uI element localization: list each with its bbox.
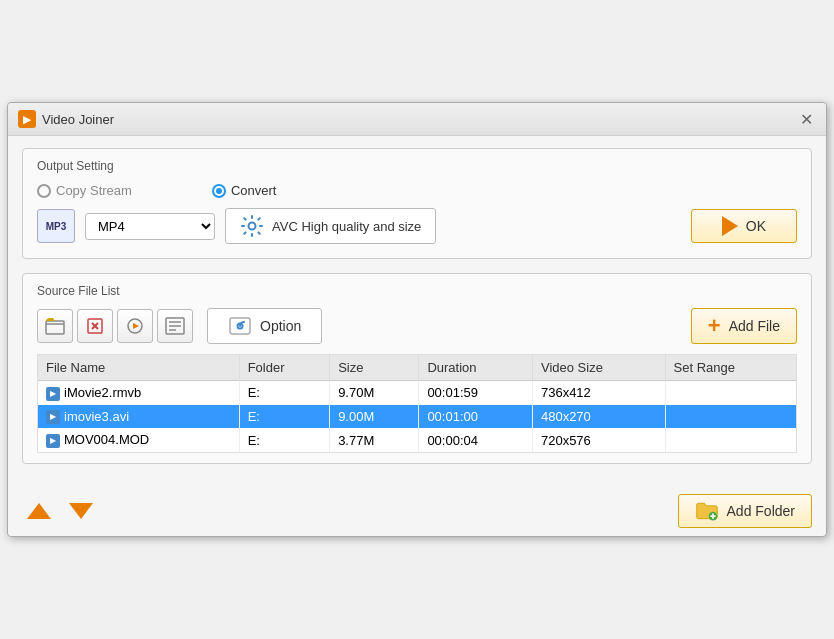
move-down-button[interactable] [64,496,98,526]
cell-duration: 00:01:59 [419,381,533,405]
copy-stream-radio-circle [37,184,51,198]
cell-setrange [665,428,796,452]
source-file-section: Source File List [22,273,812,464]
add-folder-label: Add Folder [727,503,795,519]
cell-folder: E: [239,405,329,429]
cell-size: 3.77M [330,428,419,452]
option-button[interactable]: Option [207,308,322,344]
ok-label: OK [746,218,766,234]
add-folder-icon [695,501,719,521]
quality-button[interactable]: AVC High quality and size [225,208,436,244]
gear-icon [240,214,264,238]
cell-duration: 00:01:00 [419,405,533,429]
format-dropdown[interactable]: MP4 AVI MOV MKV FLV [85,213,215,240]
down-arrow-icon [69,503,93,519]
col-filename: File Name [38,355,239,381]
output-setting-label: Output Setting [37,159,797,173]
option-icon [228,314,252,338]
radio-row: Copy Stream Convert [37,183,797,198]
col-folder: Folder [239,355,329,381]
file-type-icon: ▶ [46,387,60,401]
cell-setrange [665,405,796,429]
window-title: Video Joiner [42,112,796,127]
convert-radio[interactable]: Convert [212,183,277,198]
open-file-icon [45,317,65,335]
option-label: Option [260,318,301,334]
up-arrow-icon [27,503,51,519]
remove-icon [85,317,105,335]
add-folder-button[interactable]: Add Folder [678,494,812,528]
convert-radio-circle [212,184,226,198]
add-file-label: Add File [729,318,780,334]
cell-filename: ▶MOV004.MOD [38,428,239,452]
col-duration: Duration [419,355,533,381]
file-table-container: File Name Folder Size Duration Video Siz… [37,354,797,453]
table-row[interactable]: ▶imovie3.aviE:9.00M00:01:00480x270 [38,405,796,429]
main-window: ▶ Video Joiner ✕ Output Setting Copy Str… [7,102,827,537]
ok-button[interactable]: OK [691,209,797,243]
copy-stream-label: Copy Stream [56,183,132,198]
app-icon: ▶ [18,110,36,128]
file-type-icon: ▶ [46,410,60,424]
format-row: MP3 MP4 AVI MOV MKV FLV AVC High quality… [37,208,797,244]
col-size: Size [330,355,419,381]
file-table: File Name Folder Size Duration Video Siz… [38,355,796,452]
col-videosize: Video Size [532,355,665,381]
bottom-bar: Add Folder [8,486,826,536]
remove-button[interactable] [77,309,113,343]
ok-arrow-icon [722,216,738,236]
cell-filename: ▶imovie3.avi [38,405,239,429]
plus-icon: + [708,315,721,337]
settings-button[interactable] [157,309,193,343]
svg-marker-6 [133,323,139,329]
preview-icon [125,317,145,335]
copy-stream-radio[interactable]: Copy Stream [37,183,132,198]
cell-videosize: 720x576 [532,428,665,452]
add-file-button[interactable]: + Add File [691,308,797,344]
open-file-button[interactable] [37,309,73,343]
table-row[interactable]: ▶iMovie2.rmvbE:9.70M00:01:59736x412 [38,381,796,405]
cell-setrange [665,381,796,405]
cell-size: 9.00M [330,405,419,429]
format-badge: MP3 [37,209,75,243]
close-button[interactable]: ✕ [796,109,816,129]
cell-videosize: 480x270 [532,405,665,429]
file-type-icon: ▶ [46,434,60,448]
col-setrange: Set Range [665,355,796,381]
cell-filename: ▶iMovie2.rmvb [38,381,239,405]
preview-button[interactable] [117,309,153,343]
settings-icon [165,317,185,335]
title-bar: ▶ Video Joiner ✕ [8,103,826,136]
cell-folder: E: [239,381,329,405]
table-header-row: File Name Folder Size Duration Video Siz… [38,355,796,381]
cell-duration: 00:00:04 [419,428,533,452]
svg-rect-1 [46,321,64,334]
table-row[interactable]: ▶MOV004.MODE:3.77M00:00:04720x576 [38,428,796,452]
cell-folder: E: [239,428,329,452]
file-toolbar: Option + Add File [37,308,797,344]
convert-label: Convert [231,183,277,198]
content-area: Output Setting Copy Stream Convert MP3 M… [8,136,826,486]
source-section-label: Source File List [37,284,797,298]
move-up-button[interactable] [22,496,56,526]
cell-size: 9.70M [330,381,419,405]
quality-label: AVC High quality and size [272,219,421,234]
file-table-body: ▶iMovie2.rmvbE:9.70M00:01:59736x412▶imov… [38,381,796,452]
table-header: File Name Folder Size Duration Video Siz… [38,355,796,381]
cell-videosize: 736x412 [532,381,665,405]
output-setting-section: Output Setting Copy Stream Convert MP3 M… [22,148,812,259]
svg-point-0 [249,223,256,230]
